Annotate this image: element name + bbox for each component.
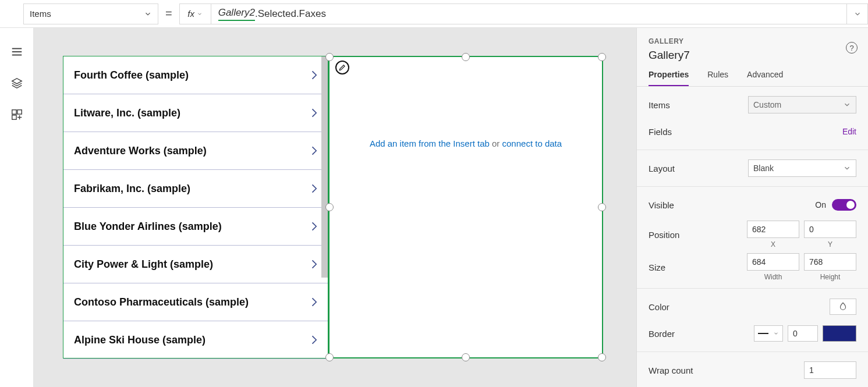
prop-fields-edit[interactable]: Edit bbox=[842, 127, 856, 136]
size-width-input[interactable] bbox=[747, 253, 799, 271]
formula-input[interactable]: Gallery2.Selected.Faxes bbox=[211, 3, 847, 24]
list-item-label: City Power & Light (sample) bbox=[74, 258, 213, 271]
fx-label: fx bbox=[187, 9, 194, 19]
position-x-input[interactable] bbox=[747, 221, 799, 238]
fx-button[interactable]: fx bbox=[179, 3, 211, 24]
list-item[interactable]: Fourth Coffee (sample) bbox=[63, 56, 328, 94]
prop-items-select[interactable]: Custom bbox=[748, 96, 856, 113]
position-y-label: Y bbox=[828, 240, 832, 248]
svg-rect-6 bbox=[12, 115, 16, 119]
size-height-label: Height bbox=[820, 273, 841, 281]
equals-label: = bbox=[165, 7, 172, 20]
edit-pencil-button[interactable] bbox=[335, 61, 349, 74]
resize-handle[interactable] bbox=[325, 353, 334, 361]
prop-position-row: Position X Y bbox=[649, 218, 856, 251]
prop-size-row: Size Width Height bbox=[649, 251, 856, 283]
section-color: Color Border bbox=[637, 289, 868, 352]
components-icon[interactable] bbox=[10, 108, 23, 121]
svg-marker-3 bbox=[12, 79, 22, 84]
list-item[interactable]: City Power & Light (sample) bbox=[63, 246, 328, 283]
chevron-right-icon[interactable] bbox=[308, 183, 320, 194]
chevron-right-icon[interactable] bbox=[308, 145, 320, 157]
tab-advanced[interactable]: Advanced bbox=[747, 70, 783, 86]
prop-visible-label: Visible bbox=[649, 200, 674, 210]
layers-icon[interactable] bbox=[10, 77, 23, 90]
prop-visible-value: On bbox=[815, 200, 826, 210]
connect-data-link[interactable]: connect to data bbox=[502, 139, 562, 148]
position-y-input[interactable] bbox=[804, 221, 856, 238]
insert-link[interactable]: Add an item from the Insert tab bbox=[370, 139, 490, 148]
border-line-icon bbox=[758, 333, 768, 334]
panel-header: GALLERY Gallery7 ? bbox=[637, 28, 868, 62]
list-item[interactable]: Blue Yonder Airlines (sample) bbox=[63, 208, 328, 246]
hamburger-icon[interactable] bbox=[10, 45, 23, 58]
border-style-select[interactable] bbox=[754, 325, 783, 342]
prop-position-label: Position bbox=[649, 230, 679, 240]
prop-visible-row: Visible On bbox=[649, 191, 856, 218]
property-dropdown[interactable]: Items bbox=[23, 3, 158, 24]
chevron-down-icon bbox=[144, 10, 152, 18]
gallery-left[interactable]: Fourth Coffee (sample) Litware, Inc. (sa… bbox=[63, 56, 328, 358]
formula-token-gallery2: Gallery2 bbox=[218, 7, 255, 21]
prop-layout-row: Layout Blank bbox=[649, 155, 856, 182]
prop-fields-row: Fields Edit bbox=[649, 118, 856, 145]
chevron-down-icon bbox=[843, 101, 851, 109]
panel-control-name: Gallery7 bbox=[649, 49, 856, 62]
resize-handle[interactable] bbox=[598, 203, 606, 211]
chevron-right-icon[interactable] bbox=[308, 296, 320, 308]
prop-items-row: Items Custom bbox=[649, 91, 856, 118]
resize-handle[interactable] bbox=[462, 53, 470, 61]
size-height-input[interactable] bbox=[804, 253, 856, 271]
left-rail bbox=[0, 28, 34, 387]
resize-handle[interactable] bbox=[325, 203, 334, 211]
resize-handle[interactable] bbox=[325, 53, 334, 61]
border-color-swatch[interactable] bbox=[823, 325, 856, 342]
list-item-label: Contoso Pharmaceuticals (sample) bbox=[74, 296, 249, 308]
prop-items-value: Custom bbox=[753, 100, 781, 109]
list-item[interactable]: Adventure Works (sample) bbox=[63, 132, 328, 170]
empty-gallery-message: Add an item from the Insert tab or conne… bbox=[330, 139, 602, 148]
prop-visible-toggle[interactable]: On bbox=[815, 199, 856, 211]
prop-color-row: Color bbox=[649, 293, 856, 320]
tab-rules[interactable]: Rules bbox=[707, 70, 728, 86]
gallery-selected[interactable]: Add an item from the Insert tab or conne… bbox=[328, 56, 603, 358]
list-item-label: Adventure Works (sample) bbox=[74, 145, 207, 157]
chevron-right-icon[interactable] bbox=[308, 69, 320, 81]
scrollbar[interactable] bbox=[321, 56, 328, 278]
position-inputs: X Y bbox=[747, 221, 856, 248]
list-item[interactable]: Litware, Inc. (sample) bbox=[63, 94, 328, 132]
resize-handle[interactable] bbox=[598, 53, 606, 61]
prop-border-row: Border bbox=[649, 320, 856, 347]
chevron-right-icon[interactable] bbox=[308, 258, 320, 270]
wrap-count-input[interactable] bbox=[804, 361, 856, 379]
resize-handle[interactable] bbox=[462, 353, 470, 361]
prop-size-label: Size bbox=[649, 262, 665, 272]
chevron-right-icon[interactable] bbox=[308, 334, 320, 346]
list-item[interactable]: Alpine Ski House (sample) bbox=[63, 321, 328, 359]
svg-rect-5 bbox=[17, 110, 21, 114]
prop-wrap-row: Wrap count bbox=[649, 357, 856, 384]
position-x-label: X bbox=[771, 240, 775, 248]
chevron-right-icon[interactable] bbox=[308, 221, 320, 232]
list-item[interactable]: Fabrikam, Inc. (sample) bbox=[63, 170, 328, 208]
tab-properties[interactable]: Properties bbox=[649, 70, 689, 86]
size-inputs: Width Height bbox=[747, 253, 856, 281]
resize-handle[interactable] bbox=[598, 353, 606, 361]
canvas-content: Fourth Coffee (sample) Litware, Inc. (sa… bbox=[63, 56, 603, 358]
formula-bar-row: Items = fx Gallery2.Selected.Faxes bbox=[0, 0, 868, 28]
section-visual: Visible On Position X Y bbox=[637, 187, 868, 289]
list-item[interactable]: Contoso Pharmaceuticals (sample) bbox=[63, 283, 328, 321]
properties-panel: GALLERY Gallery7 ? Properties Rules Adva… bbox=[636, 28, 868, 387]
color-swatch[interactable] bbox=[830, 299, 856, 315]
canvas[interactable]: Fourth Coffee (sample) Litware, Inc. (sa… bbox=[34, 28, 636, 387]
border-width-input[interactable] bbox=[788, 325, 818, 342]
prop-layout-select[interactable]: Blank bbox=[748, 159, 856, 177]
help-icon[interactable]: ? bbox=[846, 42, 858, 54]
formula-token-rest: .Selected.Faxes bbox=[255, 8, 326, 20]
chevron-down-icon bbox=[197, 11, 203, 17]
list-item-label: Blue Yonder Airlines (sample) bbox=[74, 221, 222, 233]
formula-expand-button[interactable] bbox=[847, 3, 868, 24]
chevron-right-icon[interactable] bbox=[308, 107, 320, 119]
panel-tabs: Properties Rules Advanced bbox=[637, 62, 868, 87]
prop-layout-label: Layout bbox=[649, 164, 675, 173]
